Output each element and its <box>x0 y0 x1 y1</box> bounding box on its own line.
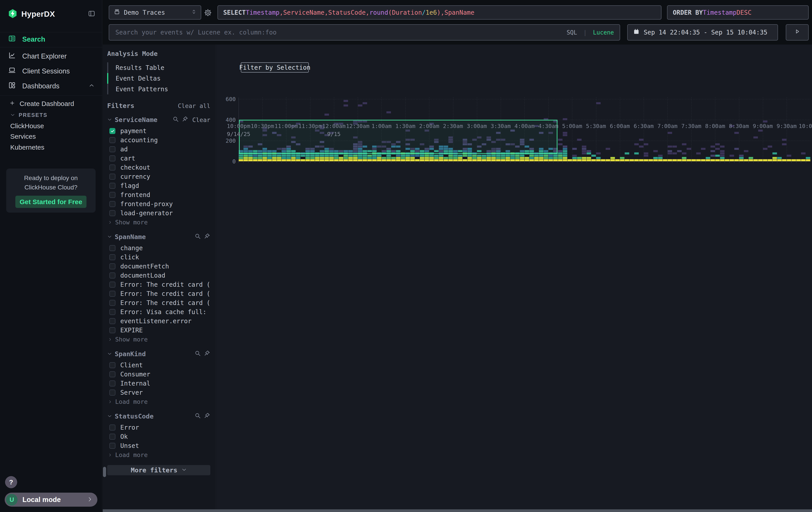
checkbox-unchecked[interactable] <box>109 245 115 251</box>
search-input[interactable] <box>115 28 562 36</box>
filter-option[interactable]: click <box>107 253 210 262</box>
sidebar-preset-clickhouse[interactable]: ClickHouse <box>0 120 102 131</box>
analysis-mode-event-deltas[interactable]: Event Deltas <box>107 73 210 84</box>
filter-option[interactable]: Error: The credit card (… <box>107 280 210 289</box>
filter-option[interactable]: load-generator <box>107 209 210 218</box>
checkbox-unchecked[interactable] <box>109 137 115 143</box>
sidebar-item-create-dashboard[interactable]: Create Dashboard <box>0 99 102 109</box>
checkbox-unchecked[interactable] <box>109 146 115 152</box>
load-more-link[interactable]: Load more <box>107 397 210 406</box>
checkbox-unchecked[interactable] <box>109 263 115 269</box>
checkbox-unchecked[interactable] <box>109 362 115 368</box>
checkbox-unchecked[interactable] <box>109 201 115 207</box>
checkbox-unchecked[interactable] <box>109 164 115 170</box>
checkbox-unchecked[interactable] <box>109 327 115 333</box>
checkbox-unchecked[interactable] <box>109 309 115 315</box>
filter-option[interactable]: frontend <box>107 190 210 199</box>
sidebar-item-search[interactable]: Search <box>0 32 102 46</box>
filter-option[interactable]: flagd <box>107 181 210 190</box>
filter-option[interactable]: payment <box>107 127 210 136</box>
filter-option[interactable]: checkout <box>107 163 210 172</box>
checkbox-unchecked[interactable] <box>109 389 115 396</box>
sidebar-preset-kubernetes[interactable]: Kubernetes <box>0 142 102 153</box>
sidebar-item-chart-explorer[interactable]: Chart Explorer <box>0 49 102 63</box>
filter-option[interactable]: Internal <box>107 379 210 388</box>
filter-option[interactable]: Consumer <box>107 370 210 379</box>
checkbox-unchecked[interactable] <box>109 254 115 260</box>
sidebar-presets-toggle[interactable]: PRESETS <box>0 110 102 120</box>
load-more-link[interactable]: Load more <box>107 450 210 459</box>
analysis-mode-results-table[interactable]: Results Table <box>107 62 210 73</box>
horizontal-scrollbar[interactable] <box>103 509 812 512</box>
checkbox-unchecked[interactable] <box>109 183 115 189</box>
checkbox-unchecked[interactable] <box>109 291 115 297</box>
lang-toggle-lucene[interactable]: Lucene <box>593 29 614 36</box>
checkbox-unchecked[interactable] <box>109 318 115 324</box>
filter-option[interactable]: change <box>107 244 210 253</box>
source-settings-gear-icon[interactable] <box>204 8 212 18</box>
sidebar-item-dashboards[interactable]: Dashboards <box>0 79 102 93</box>
time-range-picker[interactable]: Sep 14 22:04:35 - Sep 15 10:04:35 <box>627 24 778 41</box>
search-icon[interactable] <box>194 412 201 421</box>
filter-group-header[interactable]: SpanName <box>107 233 210 241</box>
checkbox-unchecked[interactable] <box>109 272 115 278</box>
filter-option[interactable]: frontend-proxy <box>107 199 210 209</box>
filter-option[interactable]: Server <box>107 388 210 397</box>
search-icon[interactable] <box>194 233 201 241</box>
checkbox-unchecked[interactable] <box>109 443 115 449</box>
filter-option[interactable]: accounting <box>107 136 210 145</box>
checkbox-checked[interactable] <box>109 128 115 134</box>
search-icon[interactable] <box>172 116 179 124</box>
help-button[interactable]: ? <box>5 476 17 488</box>
search-icon[interactable] <box>194 350 201 358</box>
pin-icon[interactable] <box>182 116 188 124</box>
filter-option[interactable]: Client <box>107 360 210 370</box>
run-query-button[interactable] <box>786 24 809 41</box>
checkbox-unchecked[interactable] <box>109 192 115 198</box>
checkbox-unchecked[interactable] <box>109 434 115 440</box>
filter-option[interactable]: currency <box>107 172 210 181</box>
show-more-link[interactable]: Show more <box>107 218 210 226</box>
sidebar-item-client-sessions[interactable]: Client Sessions <box>0 64 102 78</box>
vertical-scrollbar-thumb[interactable] <box>103 467 106 477</box>
clear-group-link[interactable]: Clear <box>192 116 210 123</box>
order-by-editor[interactable]: ORDER BY Timestamp DESC <box>667 5 809 20</box>
checkbox-unchecked[interactable] <box>109 425 115 431</box>
sidebar-preset-services[interactable]: Services <box>0 131 102 142</box>
filter-option[interactable]: eventListener.error <box>107 317 210 326</box>
filter-option[interactable]: Error: Visa cache full: … <box>107 307 210 317</box>
filter-group-header[interactable]: SpanKind <box>107 350 210 358</box>
filter-option[interactable]: Unset <box>107 441 210 450</box>
local-mode-menu[interactable]: U Local mode <box>5 493 97 507</box>
lang-toggle-sql[interactable]: SQL <box>567 29 577 36</box>
checkbox-unchecked[interactable] <box>109 210 115 216</box>
filter-option[interactable]: documentLoad <box>107 271 210 280</box>
get-started-button[interactable]: Get Started for Free <box>15 196 86 208</box>
filter-option[interactable]: Error: The credit card (… <box>107 289 210 298</box>
show-more-link[interactable]: Show more <box>107 335 210 344</box>
filter-option[interactable]: Error: The credit card (… <box>107 298 210 307</box>
checkbox-unchecked[interactable] <box>109 380 115 386</box>
checkbox-unchecked[interactable] <box>109 300 115 306</box>
checkbox-unchecked[interactable] <box>109 371 115 377</box>
checkbox-unchecked[interactable] <box>109 155 115 161</box>
filter-option[interactable]: cart <box>107 154 210 163</box>
checkbox-unchecked[interactable] <box>109 173 115 180</box>
filter-option[interactable]: Ok <box>107 432 210 441</box>
filter-option[interactable]: ad <box>107 145 210 154</box>
checkbox-unchecked[interactable] <box>109 281 115 288</box>
pin-icon[interactable] <box>204 350 210 358</box>
sidebar-collapse-icon[interactable] <box>88 10 95 18</box>
data-source-select[interactable]: Demo Traces <box>109 5 201 20</box>
filter-option[interactable]: Error <box>107 423 210 432</box>
analysis-mode-event-patterns[interactable]: Event Patterns <box>107 84 210 95</box>
more-filters-button[interactable]: More filters <box>107 465 210 475</box>
filter-group-header[interactable]: StatusCode <box>107 412 210 421</box>
filter-group-header[interactable]: ServiceNameClear <box>107 115 210 124</box>
pin-icon[interactable] <box>204 233 210 241</box>
filter-option[interactable]: EXPIRE <box>107 326 210 335</box>
filter-option[interactable]: documentFetch <box>107 262 210 271</box>
filter-by-selection-button[interactable]: Filter by Selection <box>241 62 309 73</box>
clear-all-filters-link[interactable]: Clear all <box>178 102 210 109</box>
pin-icon[interactable] <box>204 412 210 421</box>
